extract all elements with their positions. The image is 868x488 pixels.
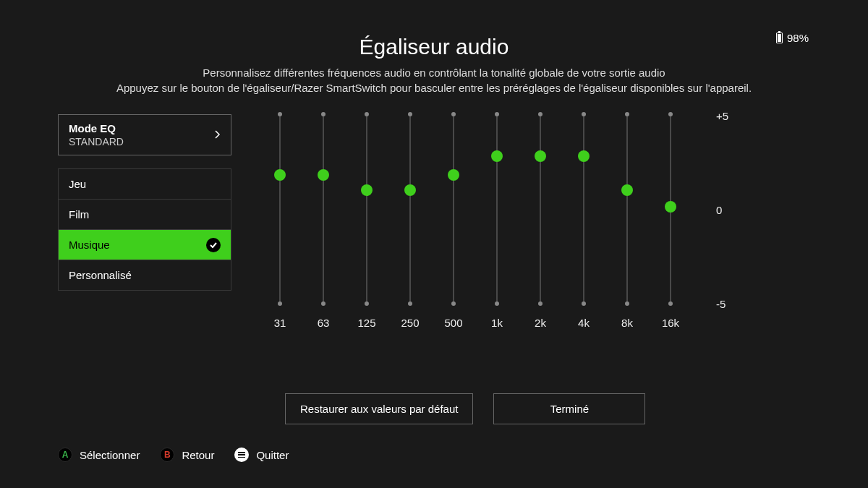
- eq-mode-value: STANDARD: [69, 136, 221, 147]
- a-button-icon: A: [58, 448, 72, 462]
- slider-thumb[interactable]: [274, 169, 286, 181]
- slider-endcap-icon: [538, 301, 542, 306]
- page-subtitle-1: Personnalisez différentes fréquences aud…: [58, 67, 810, 79]
- slider-endcap-icon: [495, 112, 499, 116]
- scale-label-top: +5: [716, 110, 728, 122]
- eq-slider[interactable]: 125: [362, 114, 372, 304]
- slider-endcap-icon: [582, 301, 586, 306]
- eq-slider[interactable]: 4k: [579, 114, 589, 304]
- slider-endcap-icon: [365, 301, 369, 306]
- slider-endcap-icon: [321, 112, 326, 116]
- freq-label: 500: [444, 317, 462, 329]
- menu-button-icon: [234, 448, 249, 462]
- preset-item[interactable]: Musique: [58, 230, 231, 260]
- check-icon: [206, 238, 221, 252]
- freq-label: 4k: [578, 317, 590, 329]
- preset-label: Musique: [69, 239, 110, 251]
- slider-track: [627, 114, 628, 304]
- slider-thumb[interactable]: [361, 184, 373, 196]
- slider-endcap-icon: [408, 301, 412, 306]
- slider-endcap-icon: [408, 112, 412, 116]
- slider-endcap-icon: [625, 301, 629, 306]
- slider-track: [367, 114, 367, 304]
- slider-thumb[interactable]: [318, 169, 329, 181]
- b-button-icon: B: [160, 448, 174, 462]
- page-title: Égaliseur audio: [58, 35, 810, 59]
- slider-endcap-icon: [278, 301, 282, 306]
- freq-label: 250: [401, 317, 419, 329]
- freq-label: 1k: [491, 317, 503, 329]
- hint-back-label: Retour: [182, 449, 214, 461]
- slider-endcap-icon: [278, 112, 282, 116]
- eq-slider[interactable]: 2k: [535, 114, 545, 304]
- eq-slider[interactable]: 250: [405, 114, 415, 304]
- eq-slider[interactable]: 16k: [665, 114, 676, 304]
- slider-endcap-icon: [582, 112, 586, 116]
- slider-endcap-icon: [538, 112, 542, 116]
- slider-thumb[interactable]: [448, 169, 459, 181]
- eq-slider[interactable]: 8k: [622, 114, 632, 304]
- preset-item[interactable]: Film: [58, 200, 231, 230]
- freq-label: 2k: [535, 317, 546, 329]
- eq-slider[interactable]: 63: [318, 114, 328, 304]
- slider-track: [540, 114, 541, 304]
- eq-slider[interactable]: 1k: [492, 114, 502, 304]
- chevron-right-icon: [215, 129, 221, 142]
- scale-label-bot: -5: [716, 298, 726, 310]
- freq-label: 16k: [662, 317, 679, 329]
- slider-endcap-icon: [668, 112, 673, 116]
- hint-quit-label: Quitter: [256, 449, 289, 461]
- scale-label-mid: 0: [716, 204, 722, 216]
- preset-label: Personnalisé: [69, 269, 132, 281]
- battery-percent: 98%: [787, 32, 809, 44]
- eq-mode-label: Mode EQ: [69, 122, 221, 134]
- slider-thumb[interactable]: [404, 184, 416, 196]
- slider-track: [454, 114, 454, 304]
- freq-label: 63: [318, 317, 330, 329]
- slider-endcap-icon: [365, 112, 369, 116]
- slider-thumb[interactable]: [491, 150, 503, 162]
- freq-label: 125: [357, 317, 375, 329]
- page-subtitle-2: Appuyez sur le bouton de l'égaliseur/Raz…: [58, 82, 810, 94]
- hint-quit: Quitter: [234, 448, 289, 462]
- slider-track: [497, 114, 498, 304]
- slider-thumb[interactable]: [621, 184, 633, 196]
- slider-endcap-icon: [668, 301, 673, 306]
- battery-icon: [776, 33, 783, 43]
- eq-slider[interactable]: 31: [275, 114, 285, 304]
- freq-label: 8k: [621, 317, 633, 329]
- slider-endcap-icon: [451, 301, 456, 306]
- slider-track: [410, 114, 411, 304]
- slider-thumb[interactable]: [578, 150, 590, 162]
- preset-label: Film: [69, 208, 89, 221]
- done-button[interactable]: Terminé: [493, 393, 645, 424]
- preset-item[interactable]: Personnalisé: [58, 260, 231, 291]
- slider-thumb[interactable]: [665, 201, 676, 213]
- slider-endcap-icon: [625, 112, 629, 116]
- preset-label: Jeu: [69, 178, 86, 190]
- hint-select-label: Sélectionner: [80, 449, 140, 461]
- hint-select: A Sélectionner: [58, 448, 140, 462]
- reset-button[interactable]: Restaurer aux valeurs par défaut: [285, 393, 473, 424]
- slider-endcap-icon: [495, 301, 499, 306]
- battery-indicator: 98%: [776, 32, 809, 44]
- freq-label: 31: [274, 317, 286, 329]
- slider-endcap-icon: [321, 301, 326, 306]
- slider-thumb[interactable]: [535, 150, 546, 162]
- eq-slider[interactable]: 500: [448, 114, 459, 304]
- slider-track: [323, 114, 324, 304]
- slider-endcap-icon: [451, 112, 456, 116]
- preset-item[interactable]: Jeu: [58, 169, 231, 200]
- slider-track: [584, 114, 584, 304]
- slider-track: [280, 114, 281, 304]
- eq-mode-selector[interactable]: Mode EQ STANDARD: [58, 114, 231, 155]
- hint-back: B Retour: [160, 448, 214, 462]
